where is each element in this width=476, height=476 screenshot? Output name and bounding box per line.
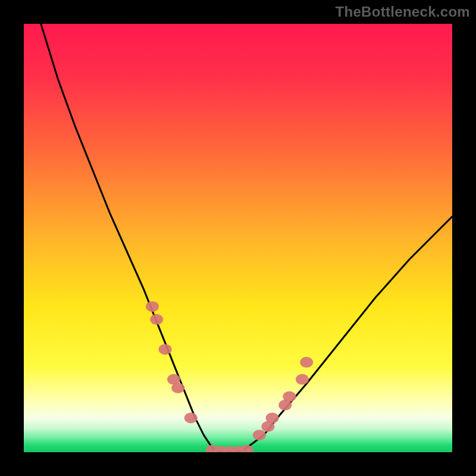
data-point: [150, 314, 163, 325]
data-point: [300, 357, 313, 368]
data-point: [184, 412, 198, 423]
chart-frame: TheBottleneck.com: [0, 0, 476, 476]
data-point: [146, 301, 159, 312]
data-point: [171, 383, 184, 393]
chart-background: [24, 24, 452, 452]
data-point: [283, 391, 296, 402]
data-point: [159, 344, 172, 355]
data-point: [296, 374, 309, 385]
data-point: [253, 430, 266, 440]
watermark-text: TheBottleneck.com: [336, 4, 470, 20]
gradient-rect: [24, 24, 452, 452]
plot-area: [24, 24, 452, 452]
data-point: [266, 412, 279, 423]
